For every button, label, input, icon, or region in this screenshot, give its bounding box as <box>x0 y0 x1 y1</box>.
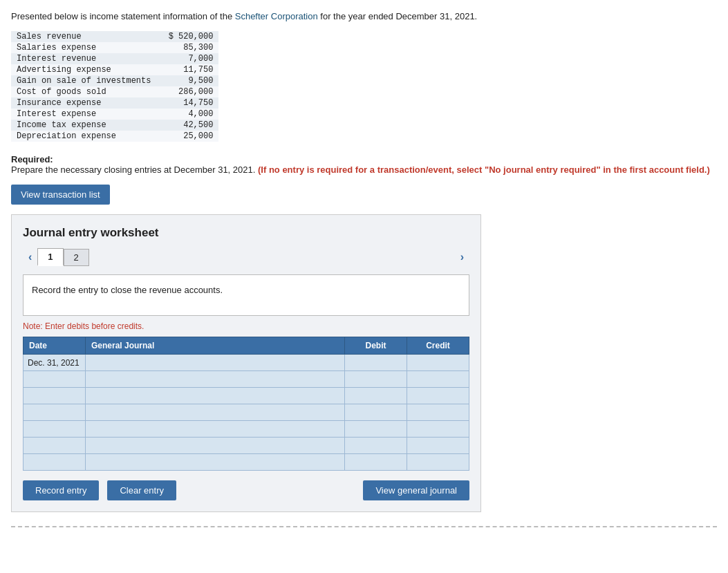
journal-debit-cell[interactable] <box>345 355 407 371</box>
journal-debit-cell[interactable] <box>345 371 407 388</box>
journal-credit-cell[interactable] <box>407 404 469 421</box>
general-journal-input[interactable] <box>86 371 344 387</box>
journal-debit-cell[interactable] <box>345 454 407 471</box>
journal-date-cell <box>24 454 86 471</box>
required-heading: Required: <box>11 154 53 165</box>
income-row-label: Interest expense <box>11 109 156 120</box>
page-bottom-border <box>11 526 717 527</box>
tabs-navigation: ‹ 1 2 › <box>23 248 469 266</box>
income-row-label: Cost of goods sold <box>11 86 156 97</box>
journal-debit-cell[interactable] <box>345 404 407 421</box>
income-statement-table: Sales revenue$ 520,000Salaries expense85… <box>11 31 218 142</box>
col-credit: Credit <box>407 337 469 355</box>
general-journal-input[interactable] <box>86 454 344 470</box>
journal-worksheet: Journal entry worksheet ‹ 1 2 › Record t… <box>11 214 481 512</box>
journal-date-cell <box>24 371 86 388</box>
debit-input[interactable] <box>345 388 407 404</box>
journal-credit-cell[interactable] <box>407 355 469 371</box>
debit-input[interactable] <box>345 371 407 387</box>
debit-input[interactable] <box>345 404 407 420</box>
company-name: Schefter Corporation <box>235 11 318 21</box>
debit-input[interactable] <box>345 421 407 437</box>
col-debit: Debit <box>345 337 407 355</box>
intro-text-before: Presented below is income statement info… <box>11 11 235 21</box>
journal-gj-cell[interactable] <box>86 371 345 388</box>
journal-gj-cell[interactable] <box>86 355 345 371</box>
income-row-value: 42,500 <box>156 120 218 131</box>
income-row-label: Interest revenue <box>11 53 156 64</box>
income-row-label: Sales revenue <box>11 31 156 42</box>
income-row-label: Salaries expense <box>11 42 156 53</box>
intro-text-after: for the year ended December 31, 2021. <box>318 11 478 21</box>
instruction-bold-red: (If no entry is required for a transacti… <box>258 165 710 175</box>
income-row-value: 11,750 <box>156 64 218 75</box>
journal-date-cell <box>24 421 86 438</box>
income-row-value: 14,750 <box>156 97 218 109</box>
record-entry-button[interactable]: Record entry <box>23 480 99 500</box>
journal-date-cell: Dec. 31, 2021 <box>24 355 86 371</box>
credit-input[interactable] <box>407 404 469 420</box>
general-journal-input[interactable] <box>86 421 344 437</box>
next-tab-button[interactable]: › <box>455 248 469 266</box>
journal-date-cell <box>24 388 86 404</box>
credit-input[interactable] <box>407 454 469 470</box>
journal-gj-cell[interactable] <box>86 438 345 454</box>
instruction-text: Prepare the necessary closing entries at… <box>11 165 717 175</box>
view-transaction-button[interactable]: View transaction list <box>11 185 110 205</box>
income-row-value: 4,000 <box>156 109 218 120</box>
income-row-value: 85,300 <box>156 42 218 53</box>
general-journal-input[interactable] <box>86 388 344 404</box>
journal-credit-cell[interactable] <box>407 421 469 438</box>
journal-credit-cell[interactable] <box>407 454 469 471</box>
income-row-value: 25,000 <box>156 131 218 142</box>
debit-input[interactable] <box>345 438 407 453</box>
general-journal-input[interactable] <box>86 404 344 420</box>
income-row-label: Income tax expense <box>11 120 156 131</box>
required-section: Required: Prepare the necessary closing … <box>11 154 717 175</box>
tab-2[interactable]: 2 <box>64 249 89 266</box>
col-date: Date <box>24 337 86 355</box>
journal-credit-cell[interactable] <box>407 388 469 404</box>
debit-input[interactable] <box>345 355 407 370</box>
view-general-journal-button[interactable]: View general journal <box>363 480 469 500</box>
intro-paragraph: Presented below is income statement info… <box>11 11 717 21</box>
journal-credit-cell[interactable] <box>407 371 469 388</box>
journal-date-cell <box>24 404 86 421</box>
credit-input[interactable] <box>407 388 469 404</box>
debit-input[interactable] <box>345 454 407 470</box>
credit-input[interactable] <box>407 438 469 453</box>
income-row-value: 9,500 <box>156 75 218 86</box>
note-text: Note: Enter debits before credits. <box>23 321 469 331</box>
credit-input[interactable] <box>407 371 469 387</box>
journal-gj-cell[interactable] <box>86 454 345 471</box>
col-general-journal: General Journal <box>86 337 345 355</box>
instruction-normal: Prepare the necessary closing entries at… <box>11 165 255 175</box>
entry-instruction-box: Record the entry to close the revenue ac… <box>23 274 469 316</box>
income-row-value: 286,000 <box>156 86 218 97</box>
income-row-label: Advertising expense <box>11 64 156 75</box>
clear-entry-button[interactable]: Clear entry <box>107 480 176 500</box>
journal-credit-cell[interactable] <box>407 438 469 454</box>
journal-debit-cell[interactable] <box>345 388 407 404</box>
journal-debit-cell[interactable] <box>345 438 407 454</box>
income-row-label: Gain on sale of investments <box>11 75 156 86</box>
journal-gj-cell[interactable] <box>86 388 345 404</box>
credit-input[interactable] <box>407 421 469 437</box>
action-buttons: Record entry Clear entry View general jo… <box>23 480 469 500</box>
journal-entry-table: Date General Journal Debit Credit Dec. 3… <box>23 337 469 471</box>
credit-input[interactable] <box>407 355 469 370</box>
general-journal-input[interactable] <box>86 355 344 370</box>
general-journal-input[interactable] <box>86 438 344 453</box>
entry-instruction-text: Record the entry to close the revenue ac… <box>32 285 223 295</box>
journal-date-cell <box>24 438 86 454</box>
income-row-value: 7,000 <box>156 53 218 64</box>
worksheet-title: Journal entry worksheet <box>23 226 469 240</box>
journal-gj-cell[interactable] <box>86 404 345 421</box>
prev-tab-button[interactable]: ‹ <box>23 248 37 266</box>
income-row-value: $ 520,000 <box>156 31 218 42</box>
journal-gj-cell[interactable] <box>86 421 345 438</box>
income-row-label: Insurance expense <box>11 97 156 109</box>
journal-debit-cell[interactable] <box>345 421 407 438</box>
tab-1[interactable]: 1 <box>37 248 63 266</box>
income-row-label: Depreciation expense <box>11 131 156 142</box>
